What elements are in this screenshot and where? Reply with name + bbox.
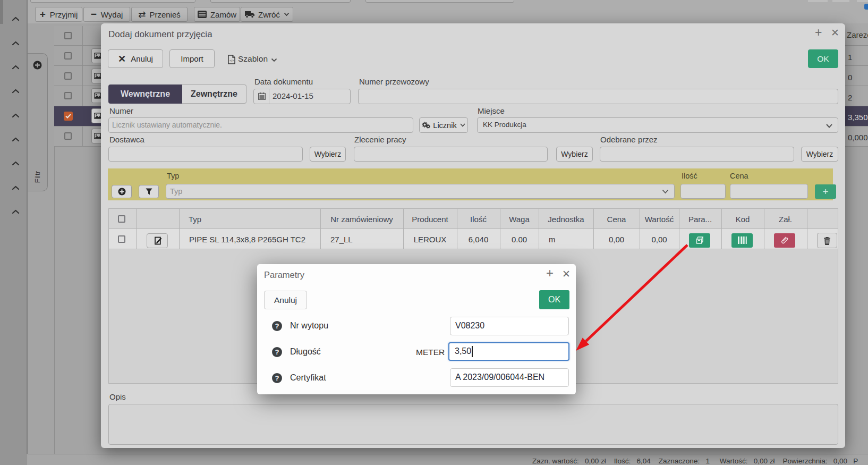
svg-text:?: ? [275, 374, 279, 382]
svg-text:?: ? [275, 322, 279, 330]
svg-text:?: ? [275, 348, 279, 356]
svg-text:</>: </> [229, 59, 234, 62]
